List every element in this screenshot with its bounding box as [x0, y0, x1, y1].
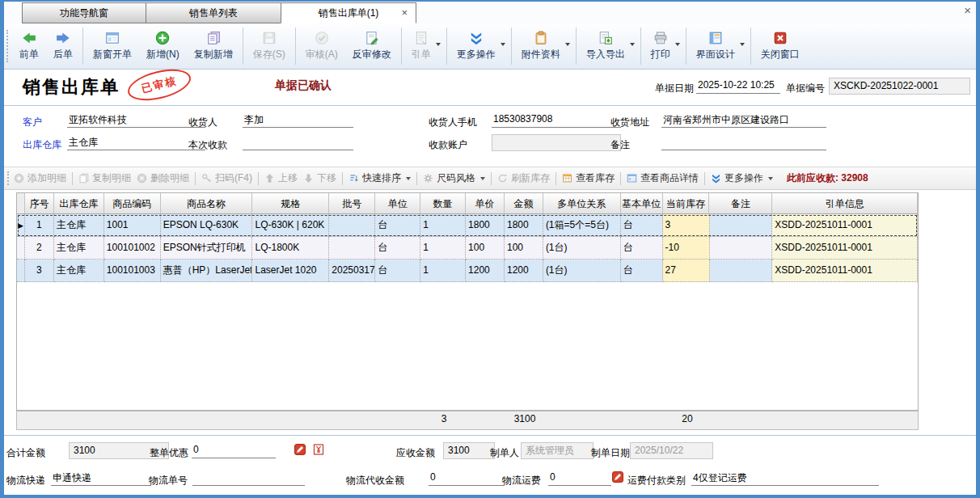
view-stock-button[interactable]: 查看库存	[562, 171, 615, 185]
cell-stock[interactable]: 27	[663, 260, 710, 282]
column-header-warehouse[interactable]: 出库仓库	[54, 193, 104, 214]
account-field[interactable]	[492, 134, 621, 151]
delete-detail-button[interactable]: 删除明细	[137, 171, 189, 185]
column-header-batch[interactable]: 批号	[329, 193, 375, 214]
table-row[interactable]: 2主仓库100101002EPSON针式打印机LQ-1800K台1100100(…	[17, 237, 918, 260]
cell-base_unit[interactable]: 台	[621, 214, 663, 237]
row-selector[interactable]	[17, 237, 25, 260]
window-close-icon[interactable]: ×	[964, 4, 971, 16]
doc-date-input[interactable]: 2025-10-22 10:25	[696, 79, 780, 94]
cell-product_code[interactable]: 100101002	[104, 237, 161, 260]
cell-amount[interactable]: 1800	[505, 214, 543, 237]
cell-amount[interactable]: 1200	[505, 260, 543, 282]
cell-unit[interactable]: 台	[375, 237, 420, 260]
column-header-price[interactable]: 单价	[466, 193, 505, 214]
cell-price[interactable]: 1200	[466, 260, 505, 282]
import-export-button[interactable]: 导入导出	[579, 23, 638, 69]
table-row[interactable]: 3主仓库100101003惠普（HP）LaserJetLaserJet 1020…	[17, 260, 918, 282]
cell-base_unit[interactable]: 台	[621, 260, 663, 282]
attachments-button[interactable]: 附件资料	[514, 23, 573, 69]
cell-remark[interactable]	[710, 237, 773, 260]
cell-qty[interactable]: 1	[420, 214, 466, 237]
dropdown-arrow-icon[interactable]	[768, 177, 773, 183]
column-header-source_doc[interactable]: 引单信息	[772, 193, 918, 214]
new-window-doc-button[interactable]: 新窗开单	[86, 23, 139, 69]
cell-spec[interactable]: LQ-1800K	[252, 237, 329, 260]
dropdown-arrow-icon[interactable]	[740, 43, 745, 49]
cell-source_doc[interactable]: XSDD-20251011-0001	[772, 237, 918, 260]
add-detail-button[interactable]: 添加明细	[14, 171, 66, 185]
unaudit-modify-button[interactable]: 反审修改	[345, 23, 399, 69]
maker-field[interactable]: 系统管理员	[521, 442, 593, 459]
tab-3[interactable]: 销售出库单(1)×	[281, 2, 416, 23]
tab-1[interactable]: 功能导航窗	[22, 2, 146, 23]
print-button[interactable]: 打印	[644, 23, 683, 69]
cell-source_doc[interactable]: XSDD-20251011-0001	[772, 214, 918, 237]
scan-barcode-button[interactable]: 扫码(F4)	[201, 171, 252, 185]
express-input[interactable]: 申通快递	[51, 471, 151, 486]
column-header-qty[interactable]: 数量	[420, 193, 466, 214]
warehouse-input[interactable]: 主仓库	[67, 136, 205, 150]
cell-stock[interactable]: 3	[663, 214, 710, 237]
move-down-button[interactable]: 下移	[303, 171, 336, 185]
cell-seq[interactable]: 1	[25, 214, 54, 237]
cell-base_unit[interactable]: 台	[621, 237, 663, 260]
cell-remark[interactable]	[710, 260, 773, 282]
column-header-seq[interactable]: 序号	[25, 193, 54, 214]
tracking-no-input[interactable]	[192, 471, 305, 486]
cell-stock[interactable]: -10	[663, 237, 710, 260]
column-header-remark[interactable]: 备注	[709, 193, 772, 214]
tab-2[interactable]: 销售单列表	[146, 2, 281, 23]
column-header-product_code[interactable]: 商品编码	[104, 193, 161, 214]
size-style-button[interactable]: 尺码风格	[423, 171, 485, 185]
tab-close-icon[interactable]: ×	[401, 3, 408, 23]
phone-input[interactable]: 18530837908	[492, 113, 621, 128]
cell-remark[interactable]	[710, 214, 773, 237]
cell-batch[interactable]	[329, 214, 375, 237]
dropdown-arrow-icon[interactable]	[630, 43, 635, 49]
discount-input[interactable]: 0	[192, 444, 276, 458]
cell-seq[interactable]: 3	[25, 260, 54, 282]
cod-amount-input[interactable]: 0	[429, 471, 505, 486]
cell-product_code[interactable]: 1001	[104, 214, 161, 237]
payment-input[interactable]	[243, 136, 353, 150]
freight-input[interactable]: 0	[548, 471, 611, 486]
address-input[interactable]: 河南省郑州市中原区建设路口	[661, 113, 826, 128]
cell-qty[interactable]: 1	[420, 237, 466, 260]
dropdown-arrow-icon[interactable]	[675, 43, 680, 49]
copy-new-button[interactable]: 复制新增	[187, 23, 240, 69]
column-header-product_name[interactable]: 商品名称	[161, 193, 253, 214]
remark-input[interactable]	[661, 136, 826, 150]
cell-batch[interactable]	[329, 237, 375, 260]
cell-unit[interactable]: 台	[375, 214, 420, 237]
cell-warehouse[interactable]: 主仓库	[54, 260, 104, 282]
cell-amount[interactable]: 100	[505, 237, 543, 260]
save-button[interactable]: 保存(S)	[246, 23, 293, 69]
cell-warehouse[interactable]: 主仓库	[54, 237, 104, 260]
ui-design-button[interactable]: 界面设计	[689, 23, 748, 69]
column-header-multi_unit[interactable]: 多单位关系	[543, 193, 621, 214]
next-doc-button[interactable]: 后单	[46, 23, 80, 69]
customer-input[interactable]: 亚拓软件科技	[67, 113, 205, 128]
cell-multi_unit[interactable]: (1台)	[543, 260, 621, 282]
column-header-spec[interactable]: 规格	[252, 193, 329, 214]
cell-batch[interactable]: 20250317	[329, 260, 375, 282]
column-header-unit[interactable]: 单位	[375, 193, 420, 214]
edit-discount-icon[interactable]	[294, 443, 306, 456]
consignee-input[interactable]: 李加	[243, 113, 353, 128]
receivable-amount-field[interactable]: 3100	[443, 442, 495, 459]
customer-label[interactable]: 客户	[23, 116, 42, 129]
cell-multi_unit[interactable]: (1箱=5个=5台)	[543, 214, 621, 237]
cell-spec[interactable]: LQ-630K | 620K	[252, 214, 329, 237]
dropdown-arrow-icon[interactable]	[501, 43, 505, 49]
column-header-stock[interactable]: 当前库存	[663, 193, 710, 214]
cell-spec[interactable]: LaserJet 1020	[252, 260, 329, 282]
pull-doc-button[interactable]: 引单	[404, 23, 444, 69]
audit-button[interactable]: 审核(A)	[298, 23, 345, 69]
refresh-stock-button[interactable]: 刷新库存	[497, 171, 550, 185]
prev-doc-button[interactable]: 前单	[12, 23, 46, 69]
dropdown-arrow-icon[interactable]	[406, 177, 411, 183]
row-selector[interactable]	[17, 260, 25, 282]
make-date-field[interactable]: 2025/10/22	[630, 442, 713, 459]
edit-freight-icon[interactable]	[611, 471, 624, 483]
